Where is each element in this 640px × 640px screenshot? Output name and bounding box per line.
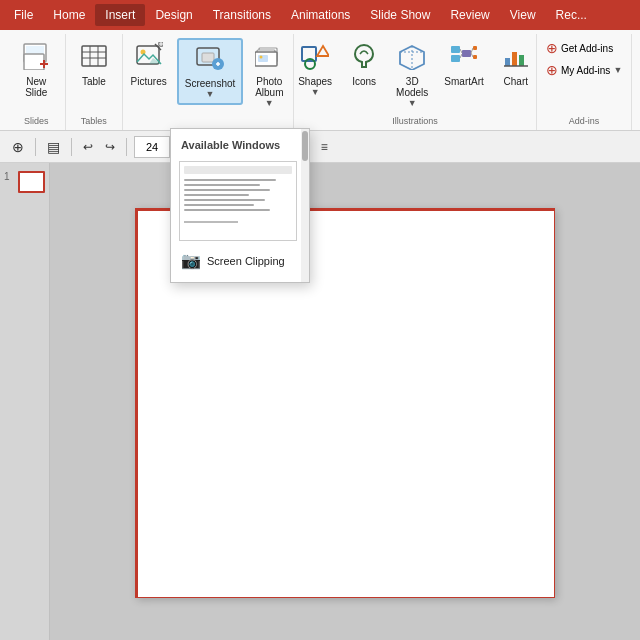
- menu-review[interactable]: Review: [440, 4, 499, 26]
- screenshot-label: Screenshot: [185, 78, 236, 89]
- slides-group-label: Slides: [24, 112, 49, 126]
- screen-clipping-icon: 📷: [181, 251, 201, 270]
- shapes-arrow[interactable]: ▼: [311, 87, 320, 97]
- slides-buttons: NewSlide: [14, 38, 58, 112]
- shapes-button[interactable]: Shapes ▼: [292, 38, 338, 101]
- images-buttons: Pictures Screenshot ▼: [125, 38, 292, 126]
- chart-label: Chart: [504, 76, 528, 87]
- svg-rect-2: [24, 54, 44, 70]
- addins-rows: ⊕ Get Add-ins ⊕ My Add-ins ▼: [542, 38, 626, 80]
- my-addins-arrow[interactable]: ▼: [613, 65, 622, 75]
- svg-rect-5: [82, 46, 106, 66]
- photo-album-button[interactable]: PhotoAlbum ▼: [247, 38, 291, 112]
- screen-clipping-button[interactable]: 📷 Screen Clipping: [171, 245, 309, 276]
- dropdown-scrollbar[interactable]: [301, 129, 309, 282]
- menu-view[interactable]: View: [500, 4, 546, 26]
- menu-home[interactable]: Home: [43, 4, 95, 26]
- thumb-line-1: [184, 179, 276, 181]
- addins-group-label: Add-ins: [569, 112, 600, 126]
- menu-bar: File Home Insert Design Transitions Anim…: [0, 0, 640, 30]
- my-addins-button[interactable]: ⊕ My Add-ins ▼: [542, 60, 626, 80]
- formatting-toolbar: ⊕ ▤ ↩ ↪ ▼ ≡ A A Aa ☐ ≡: [0, 131, 640, 163]
- slide-panel: 1: [0, 163, 50, 640]
- slide-thumbnail-1[interactable]: 1: [4, 171, 45, 193]
- pictures-button[interactable]: Pictures: [125, 38, 173, 91]
- 3d-models-arrow[interactable]: ▼: [408, 98, 417, 108]
- new-slide-label: NewSlide: [25, 76, 47, 98]
- smartart-button[interactable]: SmartArt: [438, 38, 489, 91]
- content-area: [50, 163, 640, 640]
- svg-rect-35: [473, 46, 477, 50]
- ribbon-group-illustrations: Shapes ▼ Icons: [294, 34, 537, 130]
- icons-icon: [350, 42, 378, 74]
- dropdown-header: Available Windows: [171, 135, 309, 157]
- tb-align-left-icon[interactable]: ≡: [317, 138, 332, 156]
- svg-line-40: [471, 53, 473, 57]
- font-size-input[interactable]: [134, 136, 170, 158]
- menu-transitions[interactable]: Transitions: [203, 4, 281, 26]
- thumb-footer-line: [184, 221, 238, 223]
- 3d-models-icon: [398, 42, 426, 74]
- svg-rect-24: [258, 55, 268, 62]
- svg-marker-27: [317, 46, 329, 56]
- ribbon-group-addins: ⊕ Get Add-ins ⊕ My Add-ins ▼ Add-ins: [537, 34, 632, 130]
- my-addins-label: My Add-ins: [561, 65, 610, 76]
- tb-sep-3: [126, 138, 127, 156]
- table-button[interactable]: Table: [72, 38, 116, 91]
- pictures-label: Pictures: [131, 76, 167, 87]
- 3d-models-button[interactable]: 3DModels ▼: [390, 38, 434, 112]
- thumb-line-6: [184, 204, 254, 206]
- svg-rect-33: [451, 55, 460, 62]
- screenshot-icon: [196, 44, 224, 76]
- table-label: Table: [82, 76, 106, 87]
- illustrations-buttons: Shapes ▼ Icons: [292, 38, 538, 112]
- new-slide-button[interactable]: NewSlide: [14, 38, 58, 102]
- screenshot-button[interactable]: Screenshot ▼: [177, 38, 244, 105]
- tb-undo-icon[interactable]: ↩: [79, 138, 97, 156]
- photo-album-arrow[interactable]: ▼: [265, 98, 274, 108]
- slide-mini-thumbnail: [18, 171, 45, 193]
- smartart-label: SmartArt: [444, 76, 483, 87]
- svg-line-38: [460, 54, 462, 58]
- svg-rect-34: [462, 50, 471, 57]
- tb-layout-icon[interactable]: ▤: [43, 137, 64, 157]
- svg-line-39: [471, 48, 473, 53]
- tb-redo-icon[interactable]: ↪: [101, 138, 119, 156]
- thumb-line-3: [184, 189, 270, 191]
- 3d-models-label: 3DModels: [396, 76, 428, 98]
- menu-animations[interactable]: Animations: [281, 4, 360, 26]
- shapes-label: Shapes: [298, 76, 332, 87]
- ribbon-group-tables: Table Tables: [66, 34, 124, 130]
- screenshot-dropdown-arrow[interactable]: ▼: [206, 89, 215, 99]
- menu-insert[interactable]: Insert: [95, 4, 145, 26]
- svg-rect-17: [202, 53, 214, 62]
- photo-album-icon: [255, 42, 283, 74]
- screen-clipping-label: Screen Clipping: [207, 255, 285, 267]
- icons-button[interactable]: Icons: [342, 38, 386, 91]
- my-addins-icon: ⊕: [546, 62, 558, 78]
- photo-album-label: PhotoAlbum: [255, 76, 283, 98]
- get-addins-button[interactable]: ⊕ Get Add-ins: [542, 38, 626, 58]
- ribbon-group-images: Pictures Screenshot ▼: [123, 34, 294, 130]
- thumbnail-content: [180, 162, 296, 240]
- dropdown-thumbnail[interactable]: [179, 161, 297, 241]
- thumb-line-5: [184, 199, 265, 201]
- svg-point-25: [260, 56, 263, 59]
- tb-accessibility-icon[interactable]: ⊕: [8, 137, 28, 157]
- get-addins-icon: ⊕: [546, 40, 558, 56]
- chart-icon: [502, 42, 530, 74]
- svg-rect-36: [473, 55, 477, 59]
- tb-sep-2: [71, 138, 72, 156]
- pictures-icon: [135, 42, 163, 74]
- chart-button[interactable]: Chart: [494, 38, 538, 91]
- thumb-line-7: [184, 209, 270, 211]
- svg-rect-41: [505, 58, 510, 66]
- smartart-icon: [450, 42, 478, 74]
- menu-design[interactable]: Design: [145, 4, 202, 26]
- menu-slideshow[interactable]: Slide Show: [360, 4, 440, 26]
- menu-file[interactable]: File: [4, 4, 43, 26]
- table-icon: [80, 42, 108, 74]
- menu-rec[interactable]: Rec...: [546, 4, 597, 26]
- ribbon: NewSlide Slides Table Tables: [0, 30, 640, 131]
- get-addins-label: Get Add-ins: [561, 43, 613, 54]
